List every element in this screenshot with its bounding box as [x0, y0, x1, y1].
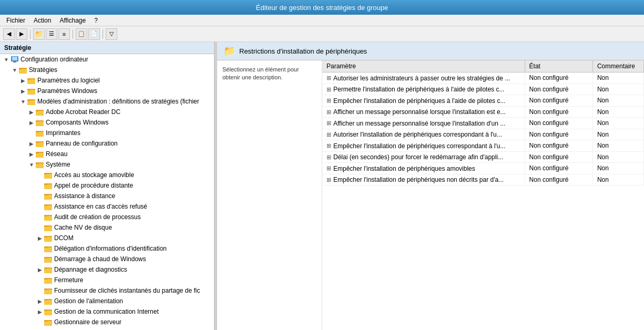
tree-item-assistance-acces-refuse[interactable]: Assistance en cas d'accès refusé: [0, 201, 214, 212]
tree-item-imprimantes[interactable]: Imprimantes: [0, 128, 214, 138]
svg-rect-41: [44, 194, 47, 195]
folder-icon-gestion-communication: [44, 307, 53, 316]
table-row[interactable]: ⊞Permettre l'installation de périphériqu…: [322, 84, 644, 95]
tree-toggle-gestion-alimentation[interactable]: ▶: [36, 298, 44, 304]
menu-fichier[interactable]: Fichier: [2, 16, 29, 25]
tree-toggle-adobe-acrobat[interactable]: ▶: [27, 109, 36, 115]
col-header-etat[interactable]: État: [525, 60, 592, 73]
help-icon: 📄: [90, 30, 98, 37]
help-button[interactable]: 📄: [88, 28, 100, 40]
tree-item-fermeture[interactable]: Fermeture: [0, 275, 214, 285]
menu-affichage[interactable]: Affichage: [55, 16, 90, 25]
tree-item-params-logiciel[interactable]: ▶Paramètres du logiciel: [0, 75, 214, 86]
tree-toggle-systeme[interactable]: ▼: [27, 162, 36, 168]
tree-toggle-params-windows[interactable]: ▶: [19, 88, 27, 94]
tree-label-fournisseur-cliches: Fournisseur de clichés instantanés du pa…: [54, 287, 214, 294]
tree-item-strategies[interactable]: ▼Stratégies: [0, 65, 214, 75]
tree-item-delegation-info[interactable]: Délégation d'informations d'identificati…: [0, 243, 214, 254]
folder-button[interactable]: 📁: [33, 28, 45, 40]
tree-item-gestion-alimentation[interactable]: ▶Gestion de l'alimentation: [0, 296, 214, 306]
svg-rect-17: [36, 110, 39, 111]
forward-icon: ▶: [19, 30, 24, 37]
tree-label-dcom: DCOM: [54, 234, 214, 242]
table-row[interactable]: ⊞Empêcher l'installation de périphérique…: [322, 95, 644, 107]
table-row[interactable]: ⊞Empêcher l'installation de périphérique…: [322, 163, 644, 174]
back-button[interactable]: ◀: [3, 28, 15, 40]
tree-item-gestion-communication[interactable]: ▶Gestion de la communication Internet: [0, 306, 214, 317]
tree-toggle-strategies[interactable]: ▼: [11, 67, 19, 73]
tree-item-modeles-admin[interactable]: ▼Modèles d'administration : définitions …: [0, 96, 214, 107]
standard-view-button[interactable]: ☰: [46, 28, 57, 40]
properties-button[interactable]: 📋: [76, 28, 87, 40]
tree-toggle-panneau-config[interactable]: ▶: [27, 141, 36, 147]
tree-toggle-depannage-diagnostics[interactable]: ▶: [36, 267, 44, 273]
menu-aide[interactable]: ?: [90, 16, 102, 25]
tree-item-adobe-acrobat[interactable]: ▶Adobe Acrobat Reader DC: [0, 107, 214, 117]
tree-toggle-params-logiciel[interactable]: ▶: [19, 78, 27, 84]
svg-rect-26: [36, 141, 39, 143]
menu-action[interactable]: Action: [29, 16, 55, 25]
back-icon: ◀: [7, 30, 11, 37]
tree-item-dcom[interactable]: ▶DCOM: [0, 233, 214, 243]
tree-toggle-composants-windows[interactable]: ▶: [27, 120, 36, 126]
filter-icon: ▽: [109, 30, 114, 37]
table-row[interactable]: ⊞Afficher un message personnalisé lorsqu…: [322, 118, 644, 129]
table-header-row: Paramètre État Commentaire: [322, 60, 644, 73]
tree-toggle-config-ordi[interactable]: ▼: [2, 57, 11, 63]
tree-item-params-windows[interactable]: ▶Paramètres Windows: [0, 86, 214, 96]
table-row[interactable]: ⊞Afficher un message personnalisé lorsqu…: [322, 106, 644, 118]
tree-item-composants-windows[interactable]: ▶Composants Windows: [0, 117, 214, 128]
tree-item-appel-proc-distante[interactable]: Appel de procédure distante: [0, 180, 214, 191]
svg-rect-53: [44, 236, 47, 238]
tree-item-panneau-config[interactable]: ▶Panneau de configuration: [0, 138, 214, 149]
table-row[interactable]: ⊞Autoriser les administrateurs à passer …: [322, 73, 644, 84]
tree-toggle-gestion-communication[interactable]: ▶: [36, 309, 44, 315]
policy-table: Paramètre État Commentaire ⊞Autoriser le…: [322, 60, 644, 185]
tree-item-infrastructure-classification[interactable]: Infrastructure de classification des fic…: [0, 327, 214, 330]
tree-toggle-reseau[interactable]: ▶: [27, 151, 36, 157]
cell-commentaire-3: Non: [592, 106, 643, 118]
tree-item-acces-stockage[interactable]: Accès au stockage amovible: [0, 170, 214, 180]
svg-rect-61: [44, 269, 52, 273]
cell-etat-7: Non configuré: [525, 151, 592, 163]
cell-parametre-0: ⊞Autoriser les administrateurs à passer …: [322, 73, 525, 84]
tree-item-cache-nv-disque[interactable]: Cache NV de disque: [0, 222, 214, 233]
table-row[interactable]: ⊞Autoriser l'installation de périphériqu…: [322, 129, 644, 140]
tree-item-config-ordi[interactable]: ▼Configuration ordinateur: [0, 54, 214, 65]
cell-parametre-3: ⊞Afficher un message personnalisé lorsqu…: [322, 106, 525, 118]
forward-button[interactable]: ▶: [16, 28, 27, 40]
tree-container[interactable]: ▼Configuration ordinateur▼Stratégies▶Par…: [0, 54, 214, 330]
tree-item-reseau[interactable]: ▶Réseau: [0, 149, 214, 159]
folder-icon-delegation-info: [44, 244, 53, 253]
table-row[interactable]: ⊞Délai (en secondes) pour forcer le redé…: [322, 151, 644, 163]
cell-etat-8: Non configuré: [525, 163, 592, 174]
tree-item-demarrage-chaud[interactable]: Démarrage à chaud de Windows: [0, 254, 214, 264]
tree-item-gestionnaire-serveur[interactable]: Gestionnaire de serveur: [0, 317, 214, 327]
tree-item-assistance-distance[interactable]: Assistance à distance: [0, 191, 214, 201]
tree-item-systeme[interactable]: ▼Système: [0, 159, 214, 170]
col-header-parametre[interactable]: Paramètre: [322, 60, 525, 73]
folder-icon: 📁: [35, 30, 43, 38]
policy-icon-8: ⊞: [326, 165, 331, 172]
filter-button[interactable]: ▽: [106, 28, 117, 40]
table-row[interactable]: ⊞Empêcher l'installation de périphérique…: [322, 174, 644, 185]
tree-toggle-dcom[interactable]: ▶: [36, 235, 44, 241]
table-container[interactable]: Paramètre État Commentaire ⊞Autoriser le…: [322, 60, 644, 330]
svg-rect-29: [36, 152, 39, 153]
list-view-button[interactable]: ≡: [58, 28, 70, 40]
tree-item-audit-creation[interactable]: Audit de création de processus: [0, 212, 214, 222]
param-text-2: Empêcher l'installation de périphériques…: [333, 97, 505, 105]
svg-rect-62: [44, 267, 47, 269]
svg-rect-40: [44, 195, 52, 200]
tree-toggle-modeles-admin[interactable]: ▼: [19, 99, 27, 105]
folder-icon-composants-windows: [36, 118, 44, 127]
folder-icon-assistance-distance: [44, 192, 53, 200]
folder-icon-demarrage-chaud: [44, 255, 53, 263]
param-text-1: Permettre l'installation de périphérique…: [333, 86, 504, 93]
tree-item-fournisseur-cliches[interactable]: Fournisseur de clichés instantanés du pa…: [0, 285, 214, 296]
table-row[interactable]: ⊞Empêcher l'installation de périphérique…: [322, 140, 644, 152]
tree-item-depannage-diagnostics[interactable]: ▶Dépannage et diagnostics: [0, 264, 214, 275]
svg-rect-32: [36, 162, 39, 164]
cell-parametre-5: ⊞Autoriser l'installation de périphériqu…: [322, 129, 525, 140]
col-header-commentaire[interactable]: Commentaire: [592, 60, 643, 73]
